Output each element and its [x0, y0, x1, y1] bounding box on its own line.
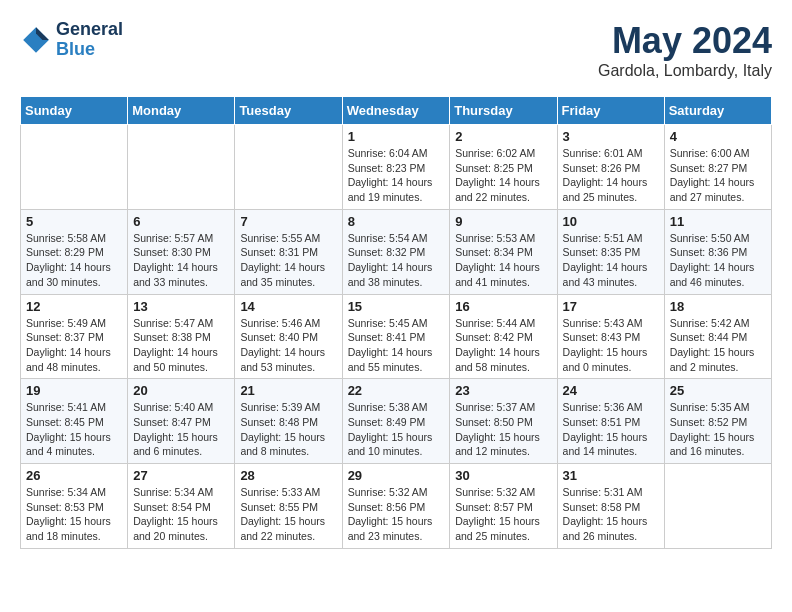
calendar-day-cell: 26Sunrise: 5:34 AM Sunset: 8:53 PM Dayli…	[21, 464, 128, 549]
day-number: 15	[348, 299, 445, 314]
calendar-day-cell: 22Sunrise: 5:38 AM Sunset: 8:49 PM Dayli…	[342, 379, 450, 464]
calendar-day-cell	[128, 125, 235, 210]
calendar-week-row: 19Sunrise: 5:41 AM Sunset: 8:45 PM Dayli…	[21, 379, 772, 464]
day-info: Sunrise: 5:36 AM Sunset: 8:51 PM Dayligh…	[563, 400, 659, 459]
weekday-header: Friday	[557, 97, 664, 125]
day-info: Sunrise: 5:55 AM Sunset: 8:31 PM Dayligh…	[240, 231, 336, 290]
day-info: Sunrise: 5:50 AM Sunset: 8:36 PM Dayligh…	[670, 231, 766, 290]
calendar-day-cell: 3Sunrise: 6:01 AM Sunset: 8:26 PM Daylig…	[557, 125, 664, 210]
day-info: Sunrise: 5:46 AM Sunset: 8:40 PM Dayligh…	[240, 316, 336, 375]
calendar-day-cell: 30Sunrise: 5:32 AM Sunset: 8:57 PM Dayli…	[450, 464, 557, 549]
day-number: 31	[563, 468, 659, 483]
weekday-header: Monday	[128, 97, 235, 125]
calendar-day-cell: 4Sunrise: 6:00 AM Sunset: 8:27 PM Daylig…	[664, 125, 771, 210]
calendar-day-cell: 20Sunrise: 5:40 AM Sunset: 8:47 PM Dayli…	[128, 379, 235, 464]
day-info: Sunrise: 5:42 AM Sunset: 8:44 PM Dayligh…	[670, 316, 766, 375]
logo-line2: Blue	[56, 40, 123, 60]
logo-line1: General	[56, 20, 123, 40]
title-block: May 2024 Gardola, Lombardy, Italy	[598, 20, 772, 80]
calendar-day-cell: 11Sunrise: 5:50 AM Sunset: 8:36 PM Dayli…	[664, 209, 771, 294]
day-info: Sunrise: 5:34 AM Sunset: 8:54 PM Dayligh…	[133, 485, 229, 544]
calendar-day-cell: 7Sunrise: 5:55 AM Sunset: 8:31 PM Daylig…	[235, 209, 342, 294]
day-number: 20	[133, 383, 229, 398]
calendar-day-cell: 29Sunrise: 5:32 AM Sunset: 8:56 PM Dayli…	[342, 464, 450, 549]
day-number: 2	[455, 129, 551, 144]
calendar-day-cell: 5Sunrise: 5:58 AM Sunset: 8:29 PM Daylig…	[21, 209, 128, 294]
day-info: Sunrise: 5:40 AM Sunset: 8:47 PM Dayligh…	[133, 400, 229, 459]
day-number: 12	[26, 299, 122, 314]
calendar-day-cell: 6Sunrise: 5:57 AM Sunset: 8:30 PM Daylig…	[128, 209, 235, 294]
calendar-day-cell: 10Sunrise: 5:51 AM Sunset: 8:35 PM Dayli…	[557, 209, 664, 294]
day-number: 22	[348, 383, 445, 398]
calendar-header-row: SundayMondayTuesdayWednesdayThursdayFrid…	[21, 97, 772, 125]
calendar-day-cell	[235, 125, 342, 210]
day-info: Sunrise: 5:32 AM Sunset: 8:57 PM Dayligh…	[455, 485, 551, 544]
location: Gardola, Lombardy, Italy	[598, 62, 772, 80]
weekday-header: Wednesday	[342, 97, 450, 125]
day-info: Sunrise: 5:31 AM Sunset: 8:58 PM Dayligh…	[563, 485, 659, 544]
calendar-day-cell: 21Sunrise: 5:39 AM Sunset: 8:48 PM Dayli…	[235, 379, 342, 464]
day-info: Sunrise: 5:43 AM Sunset: 8:43 PM Dayligh…	[563, 316, 659, 375]
month-title: May 2024	[598, 20, 772, 62]
calendar-day-cell: 28Sunrise: 5:33 AM Sunset: 8:55 PM Dayli…	[235, 464, 342, 549]
day-info: Sunrise: 6:01 AM Sunset: 8:26 PM Dayligh…	[563, 146, 659, 205]
page-header: General Blue May 2024 Gardola, Lombardy,…	[20, 20, 772, 80]
day-info: Sunrise: 5:32 AM Sunset: 8:56 PM Dayligh…	[348, 485, 445, 544]
day-info: Sunrise: 6:04 AM Sunset: 8:23 PM Dayligh…	[348, 146, 445, 205]
day-number: 17	[563, 299, 659, 314]
day-info: Sunrise: 5:53 AM Sunset: 8:34 PM Dayligh…	[455, 231, 551, 290]
calendar-day-cell: 15Sunrise: 5:45 AM Sunset: 8:41 PM Dayli…	[342, 294, 450, 379]
calendar-day-cell	[21, 125, 128, 210]
calendar-day-cell: 8Sunrise: 5:54 AM Sunset: 8:32 PM Daylig…	[342, 209, 450, 294]
day-number: 8	[348, 214, 445, 229]
day-number: 9	[455, 214, 551, 229]
day-info: Sunrise: 5:49 AM Sunset: 8:37 PM Dayligh…	[26, 316, 122, 375]
day-info: Sunrise: 5:44 AM Sunset: 8:42 PM Dayligh…	[455, 316, 551, 375]
day-info: Sunrise: 5:38 AM Sunset: 8:49 PM Dayligh…	[348, 400, 445, 459]
calendar-day-cell: 16Sunrise: 5:44 AM Sunset: 8:42 PM Dayli…	[450, 294, 557, 379]
day-info: Sunrise: 5:58 AM Sunset: 8:29 PM Dayligh…	[26, 231, 122, 290]
day-number: 27	[133, 468, 229, 483]
day-number: 6	[133, 214, 229, 229]
day-number: 13	[133, 299, 229, 314]
day-info: Sunrise: 5:51 AM Sunset: 8:35 PM Dayligh…	[563, 231, 659, 290]
calendar-day-cell: 1Sunrise: 6:04 AM Sunset: 8:23 PM Daylig…	[342, 125, 450, 210]
day-info: Sunrise: 6:00 AM Sunset: 8:27 PM Dayligh…	[670, 146, 766, 205]
day-info: Sunrise: 5:37 AM Sunset: 8:50 PM Dayligh…	[455, 400, 551, 459]
day-number: 18	[670, 299, 766, 314]
day-number: 29	[348, 468, 445, 483]
day-number: 25	[670, 383, 766, 398]
weekday-header: Saturday	[664, 97, 771, 125]
day-number: 7	[240, 214, 336, 229]
day-info: Sunrise: 5:34 AM Sunset: 8:53 PM Dayligh…	[26, 485, 122, 544]
calendar-week-row: 1Sunrise: 6:04 AM Sunset: 8:23 PM Daylig…	[21, 125, 772, 210]
calendar-week-row: 12Sunrise: 5:49 AM Sunset: 8:37 PM Dayli…	[21, 294, 772, 379]
calendar-day-cell: 25Sunrise: 5:35 AM Sunset: 8:52 PM Dayli…	[664, 379, 771, 464]
day-number: 28	[240, 468, 336, 483]
day-number: 14	[240, 299, 336, 314]
calendar-day-cell	[664, 464, 771, 549]
calendar-day-cell: 31Sunrise: 5:31 AM Sunset: 8:58 PM Dayli…	[557, 464, 664, 549]
day-info: Sunrise: 5:47 AM Sunset: 8:38 PM Dayligh…	[133, 316, 229, 375]
calendar-day-cell: 24Sunrise: 5:36 AM Sunset: 8:51 PM Dayli…	[557, 379, 664, 464]
day-info: Sunrise: 5:45 AM Sunset: 8:41 PM Dayligh…	[348, 316, 445, 375]
day-number: 5	[26, 214, 122, 229]
calendar-day-cell: 14Sunrise: 5:46 AM Sunset: 8:40 PM Dayli…	[235, 294, 342, 379]
calendar-week-row: 5Sunrise: 5:58 AM Sunset: 8:29 PM Daylig…	[21, 209, 772, 294]
day-info: Sunrise: 5:39 AM Sunset: 8:48 PM Dayligh…	[240, 400, 336, 459]
day-number: 24	[563, 383, 659, 398]
day-number: 30	[455, 468, 551, 483]
logo: General Blue	[20, 20, 123, 60]
calendar-day-cell: 19Sunrise: 5:41 AM Sunset: 8:45 PM Dayli…	[21, 379, 128, 464]
day-number: 10	[563, 214, 659, 229]
calendar-day-cell: 12Sunrise: 5:49 AM Sunset: 8:37 PM Dayli…	[21, 294, 128, 379]
day-number: 21	[240, 383, 336, 398]
logo-icon	[20, 24, 52, 56]
day-info: Sunrise: 5:35 AM Sunset: 8:52 PM Dayligh…	[670, 400, 766, 459]
day-number: 4	[670, 129, 766, 144]
day-info: Sunrise: 5:57 AM Sunset: 8:30 PM Dayligh…	[133, 231, 229, 290]
day-number: 26	[26, 468, 122, 483]
calendar-table: SundayMondayTuesdayWednesdayThursdayFrid…	[20, 96, 772, 549]
weekday-header: Tuesday	[235, 97, 342, 125]
weekday-header: Sunday	[21, 97, 128, 125]
